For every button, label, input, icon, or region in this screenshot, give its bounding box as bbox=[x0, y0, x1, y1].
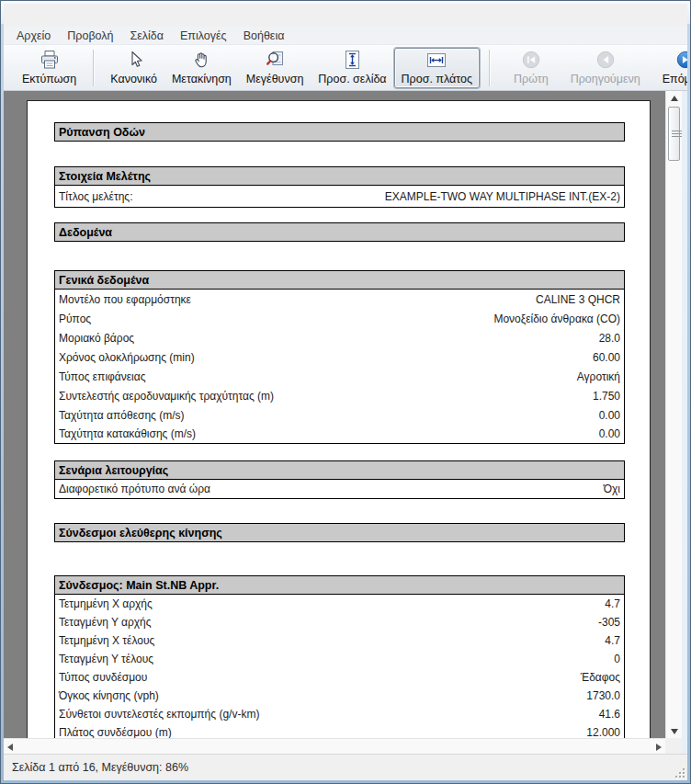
row-value: 41.6 bbox=[599, 708, 620, 721]
data-row: Τετμημένη Χ τέλους4.7 bbox=[54, 631, 625, 650]
data-row: Τύπος συνδέσμουΈδαφος bbox=[54, 668, 625, 687]
toolbar-button-label: Εκτύπωση bbox=[22, 73, 76, 85]
toolbar-button-label: Μεγέθυνση bbox=[246, 73, 304, 85]
row-value: 0.00 bbox=[599, 427, 620, 440]
client-area: Αρχείο Προβολή Σελίδα Επιλογές Βοήθεια bbox=[4, 4, 687, 780]
previous-page-icon bbox=[595, 50, 616, 70]
row-label: Τύπος επιφάνειας bbox=[59, 370, 146, 383]
data-row: Τίτλος μελέτης:EXAMPLE-TWO WAY MULTIPHAS… bbox=[54, 186, 625, 208]
toolbar-button-label: Μετακίνηση bbox=[172, 73, 232, 85]
row-value: 4.7 bbox=[605, 634, 620, 647]
vertical-scrollbar[interactable] bbox=[665, 91, 682, 738]
row-label: Τετμημένη Χ τέλους bbox=[59, 634, 154, 647]
toolbar-button-label: Κανονικό bbox=[110, 73, 157, 85]
print-manager-window: Διαχειριστής Εκτυπώσεων Αρχείο Προβολή Σ… bbox=[0, 0, 691, 784]
resize-grip[interactable] bbox=[674, 767, 685, 778]
data-row: Μοντέλο που εφαρμόστηκεCALINE 3 QHCR bbox=[54, 290, 625, 309]
row-value: 1730.0 bbox=[586, 689, 620, 702]
scroll-down-icon[interactable] bbox=[671, 729, 678, 734]
hand-icon bbox=[191, 50, 211, 70]
toolbar-button-label: Επόμενη bbox=[663, 73, 687, 85]
section-header: Σύνδεσμος: Main St.NB Appr. bbox=[54, 575, 625, 595]
data-row: Τύπος επιφάνειαςΑγροτική bbox=[54, 367, 625, 386]
document-content: Ρύπανση ΟδώνΣτοιχεία ΜελέτηςΤίτλος μελέτ… bbox=[28, 122, 650, 738]
fit-page-icon bbox=[342, 50, 362, 70]
data-row: ΡύποςΜονοξείδιο άνθρακα (CO) bbox=[54, 309, 625, 328]
data-row: Πλάτος συνδέσμου (m)12.000 bbox=[54, 723, 625, 738]
doc-section: Στοιχεία ΜελέτηςΤίτλος μελέτης:EXAMPLE-T… bbox=[54, 166, 625, 208]
row-value: EXAMPLE-TWO WAY MULTIPHASE INT.(EX-2) bbox=[385, 190, 620, 203]
zoom-button[interactable]: Μεγέθυνση bbox=[239, 48, 312, 88]
row-label: Τεταγμένη Υ αρχής bbox=[59, 616, 152, 629]
status-bar: Σελίδα 1 από 16, Μεγέθυνση: 86% bbox=[4, 754, 687, 780]
data-row: Τεταγμένη Υ αρχής-305 bbox=[54, 613, 625, 631]
row-label: Διαφορετικό πρότυπο ανά ώρα bbox=[59, 483, 210, 495]
row-label: Σύνθετοι συντελεστές εκπομπής (g/v-km) bbox=[59, 708, 259, 721]
menu-file[interactable]: Αρχείο bbox=[8, 28, 59, 44]
toolbar: Εκτύπωση Κανονικό Μετακίνηση bbox=[4, 45, 687, 91]
section-header: Σύνδεσμοι ελεύθερης κίνησης bbox=[54, 523, 625, 542]
doc-section: Δεδομένα bbox=[54, 222, 625, 242]
section-header: Στοιχεία Μελέτης bbox=[54, 166, 625, 186]
row-value: 60.00 bbox=[593, 351, 620, 364]
first-page-button[interactable]: Πρώτη bbox=[506, 48, 556, 88]
toolbar-button-label: Προσ. σελίδα bbox=[318, 73, 386, 85]
row-label: Τύπος συνδέσμου bbox=[59, 671, 147, 684]
doc-section: Γενικά δεδομέναΜοντέλο που εφαρμόστηκεCA… bbox=[54, 270, 625, 444]
cursor-icon bbox=[124, 50, 144, 70]
toolbar-separator bbox=[489, 50, 490, 86]
data-row: Ταχύτητα κατακάθισης (m/s)0.00 bbox=[54, 425, 625, 444]
scroll-left-icon[interactable] bbox=[7, 744, 13, 751]
horizontal-scrollbar[interactable] bbox=[4, 738, 665, 754]
row-value: 1.750 bbox=[593, 390, 620, 403]
data-row: Συντελεστής αεροδυναμικής τραχύτητας (m)… bbox=[54, 386, 625, 405]
pan-button[interactable]: Μετακίνηση bbox=[164, 48, 239, 88]
row-label: Μοριακό βάρος bbox=[59, 332, 134, 345]
row-label: Ρύπος bbox=[59, 312, 91, 325]
data-row: Χρόνος ολοκλήρωσης (min)60.00 bbox=[54, 347, 625, 367]
row-label: Τεταγμένη Υ τέλους bbox=[59, 653, 153, 665]
row-label: Ταχύτητα κατακάθισης (m/s) bbox=[59, 427, 196, 440]
document-page: Ρύπανση ΟδώνΣτοιχεία ΜελέτηςΤίτλος μελέτ… bbox=[27, 100, 651, 738]
row-value: -305 bbox=[598, 616, 620, 629]
menu-page[interactable]: Σελίδα bbox=[122, 28, 173, 44]
row-value: CALINE 3 QHCR bbox=[536, 293, 620, 306]
row-value: 28.0 bbox=[599, 332, 620, 345]
row-label: Τίτλος μελέτης: bbox=[59, 190, 133, 203]
fit-width-button[interactable]: Προσ. πλάτος bbox=[394, 48, 480, 88]
row-value: Όχι bbox=[604, 483, 620, 495]
vertical-scrollbar-thumb[interactable] bbox=[668, 107, 680, 161]
row-value: 0 bbox=[614, 653, 620, 665]
preview-viewport: Ρύπανση ΟδώνΣτοιχεία ΜελέτηςΤίτλος μελέτ… bbox=[4, 91, 665, 738]
magnifier-icon bbox=[265, 50, 285, 70]
toolbar-button-label: Προηγούμενη bbox=[571, 73, 640, 85]
data-row: Τετμημένη Χ αρχής4.7 bbox=[54, 595, 625, 613]
row-label: Μοντέλο που εφαρμόστηκε bbox=[59, 293, 191, 306]
menu-view[interactable]: Προβολή bbox=[59, 28, 121, 44]
menu-help[interactable]: Βοήθεια bbox=[235, 28, 293, 44]
scroll-up-icon[interactable] bbox=[671, 96, 678, 101]
menu-options[interactable]: Επιλογές bbox=[172, 28, 235, 44]
row-value: 4.7 bbox=[605, 597, 620, 610]
first-page-icon bbox=[521, 50, 541, 70]
status-text: Σελίδα 1 από 16, Μεγέθυνση: 86% bbox=[12, 761, 188, 774]
previous-page-button[interactable]: Προηγούμενη bbox=[563, 48, 648, 88]
print-button[interactable]: Εκτύπωση bbox=[15, 48, 84, 88]
menu-bar: Αρχείο Προβολή Σελίδα Επιλογές Βοήθεια bbox=[4, 27, 687, 45]
next-page-button[interactable]: Επόμενη bbox=[655, 48, 687, 88]
fit-page-button[interactable]: Προσ. σελίδα bbox=[311, 48, 393, 88]
section-header: Σενάρια λειτουργίας bbox=[54, 460, 625, 480]
scroll-right-icon[interactable] bbox=[656, 744, 662, 751]
row-value: Έδαφος bbox=[581, 671, 620, 684]
toolbar-button-label: Προσ. πλάτος bbox=[402, 73, 472, 85]
preview-area: Ρύπανση ΟδώνΣτοιχεία ΜελέτηςΤίτλος μελέτ… bbox=[4, 91, 687, 754]
data-row: Μοριακό βάρος28.0 bbox=[54, 328, 625, 347]
normal-mode-button[interactable]: Κανονικό bbox=[103, 48, 164, 88]
data-row: Σύνθετοι συντελεστές εκπομπής (g/v-km)41… bbox=[54, 705, 625, 723]
next-page-icon bbox=[675, 50, 687, 70]
row-label: Τετμημένη Χ αρχής bbox=[59, 597, 153, 610]
data-row: Διαφορετικό πρότυπο ανά ώραΌχι bbox=[54, 480, 625, 499]
section-header: Ρύπανση Οδών bbox=[54, 122, 625, 142]
section-header: Γενικά δεδομένα bbox=[54, 270, 625, 290]
row-value: 0.00 bbox=[599, 409, 620, 422]
